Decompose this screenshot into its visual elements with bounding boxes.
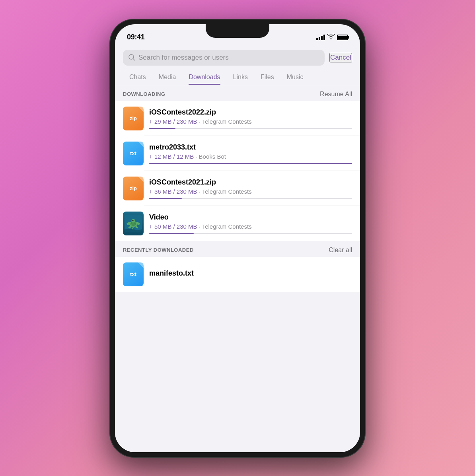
battery-icon bbox=[337, 35, 348, 40]
tab-links[interactable]: Links bbox=[227, 70, 254, 85]
tab-media[interactable]: Media bbox=[152, 70, 183, 85]
downloading-section-title: DOWNLOADING bbox=[123, 91, 165, 97]
item-meta-ios2022: ↓ 29 MB / 230 MB · Telegram Contests bbox=[149, 118, 352, 125]
progress-bar-ios2022 bbox=[149, 128, 352, 129]
download-list: zip iOSContest2022.zip ↓ 29 MB / 230 MB … bbox=[115, 101, 360, 241]
signal-icon bbox=[316, 35, 325, 40]
file-icon-txt-manifesto: txt bbox=[123, 262, 144, 286]
download-item-manifesto[interactable]: txt manifesto.txt bbox=[115, 257, 360, 292]
progress-fill-ios2021 bbox=[149, 198, 182, 199]
item-name-manifesto: manifesto.txt bbox=[149, 269, 352, 278]
item-name-video: Video bbox=[149, 213, 352, 221]
tab-chats[interactable]: Chats bbox=[123, 70, 152, 85]
cancel-button[interactable]: Cancel bbox=[329, 53, 352, 62]
item-source-metro2033: · Books Bot bbox=[195, 153, 226, 160]
phone-frame: 09:41 bbox=[110, 19, 365, 457]
turtle-image bbox=[125, 215, 142, 232]
item-name-ios2021: iOSContest2021.zip bbox=[149, 178, 352, 187]
item-name-metro2033: metro2033.txt bbox=[149, 143, 352, 152]
download-arrow-icon: ↓ bbox=[149, 223, 152, 229]
download-item-ios2021[interactable]: zip iOSContest2021.zip ↓ 36 MB / 230 MB … bbox=[115, 171, 360, 206]
tabs-container: Chats Media Downloads Links Files Music bbox=[115, 70, 360, 85]
item-name-ios2022: iOSContest2022.zip bbox=[149, 108, 352, 117]
file-type-label: txt bbox=[130, 150, 136, 156]
download-arrow-icon: ↓ bbox=[149, 153, 152, 159]
tab-files[interactable]: Files bbox=[254, 70, 280, 85]
item-meta-metro2033: ↓ 12 MB / 12 MB · Books Bot bbox=[149, 153, 352, 160]
download-arrow-icon: ↓ bbox=[149, 118, 152, 124]
status-time: 09:41 bbox=[127, 33, 145, 41]
svg-point-4 bbox=[132, 219, 135, 222]
svg-point-6 bbox=[133, 220, 134, 220]
progress-bar-ios2021 bbox=[149, 198, 352, 199]
file-icon-zip-ios2022: zip bbox=[123, 107, 144, 130]
item-size-ios2022: 29 MB / 230 MB bbox=[154, 118, 197, 125]
item-info-ios2022: iOSContest2022.zip ↓ 29 MB / 230 MB · Te… bbox=[149, 108, 352, 129]
progress-fill-metro2033 bbox=[149, 163, 352, 164]
download-item-metro2033[interactable]: txt metro2033.txt ↓ 12 MB / 12 MB · Book… bbox=[115, 136, 360, 171]
downloading-section-header: DOWNLOADING Resume All bbox=[115, 85, 360, 101]
phone-screen: 09:41 bbox=[115, 24, 360, 452]
clear-all-button[interactable]: Clear all bbox=[329, 247, 352, 254]
file-type-label: txt bbox=[130, 271, 136, 277]
item-size-video: 50 MB / 230 MB bbox=[154, 223, 197, 230]
item-info-video: Video ↓ 50 MB / 230 MB · Telegram Contes… bbox=[149, 213, 352, 234]
resume-all-button[interactable]: Resume All bbox=[320, 91, 352, 98]
item-info-metro2033: metro2033.txt ↓ 12 MB / 12 MB · Books Bo… bbox=[149, 143, 352, 164]
wifi-icon bbox=[327, 34, 335, 41]
item-info-ios2021: iOSContest2021.zip ↓ 36 MB / 230 MB · Te… bbox=[149, 178, 352, 199]
status-icons bbox=[316, 34, 348, 41]
progress-bar-video bbox=[149, 233, 352, 234]
phone-wrapper: 09:41 bbox=[98, 19, 377, 457]
item-size-ios2021: 36 MB / 230 MB bbox=[154, 188, 197, 195]
recently-downloaded-title: RECENTLY DOWNLOADED bbox=[123, 247, 194, 253]
file-type-label: zip bbox=[130, 115, 137, 121]
content-area: Search for messages or users Cancel Chat… bbox=[115, 45, 360, 452]
item-size-metro2033: 12 MB / 12 MB bbox=[154, 153, 194, 160]
file-icon-zip-ios2021: zip bbox=[123, 177, 144, 200]
item-meta-ios2021: ↓ 36 MB / 230 MB · Telegram Contests bbox=[149, 188, 352, 195]
file-icon-txt-metro2033: txt bbox=[123, 142, 144, 165]
item-meta-video: ↓ 50 MB / 230 MB · Telegram Contests bbox=[149, 223, 352, 230]
search-placeholder: Search for messages or users bbox=[138, 54, 229, 62]
download-item-video[interactable]: Video ↓ 50 MB / 230 MB · Telegram Contes… bbox=[115, 206, 360, 241]
tab-downloads[interactable]: Downloads bbox=[182, 70, 226, 85]
svg-point-5 bbox=[132, 220, 133, 220]
tab-music[interactable]: Music bbox=[280, 70, 310, 85]
recently-downloaded-section-header: RECENTLY DOWNLOADED Clear all bbox=[115, 241, 360, 257]
video-thumbnail-icon bbox=[123, 212, 144, 235]
item-source-video: · Telegram Contests bbox=[199, 223, 252, 230]
item-source-ios2022: · Telegram Contests bbox=[199, 118, 252, 125]
download-arrow-icon: ↓ bbox=[149, 188, 152, 194]
item-source-ios2021: · Telegram Contests bbox=[199, 188, 252, 195]
progress-bar-metro2033 bbox=[149, 163, 352, 164]
notch bbox=[206, 24, 269, 38]
progress-fill-ios2022 bbox=[149, 128, 175, 129]
item-info-manifesto: manifesto.txt bbox=[149, 269, 352, 279]
search-bar[interactable]: Search for messages or users bbox=[123, 50, 325, 66]
search-container: Search for messages or users Cancel bbox=[115, 45, 360, 70]
file-type-label: zip bbox=[130, 185, 137, 191]
download-item-ios2022[interactable]: zip iOSContest2022.zip ↓ 29 MB / 230 MB … bbox=[115, 101, 360, 136]
search-icon bbox=[128, 54, 135, 61]
progress-fill-video bbox=[149, 233, 194, 234]
